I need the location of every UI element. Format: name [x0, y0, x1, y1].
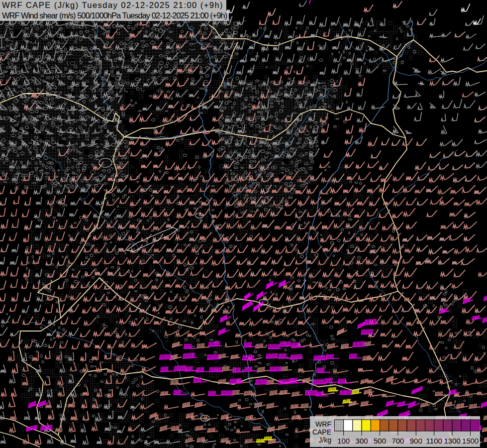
svg-text:1300: 1300 — [444, 437, 460, 445]
svg-text:1100: 1100 — [426, 437, 442, 445]
svg-text:300: 300 — [356, 437, 368, 445]
svg-text:700: 700 — [391, 437, 404, 445]
svg-text:J/kg: J/kg — [318, 436, 331, 444]
svg-text:100: 100 — [337, 437, 350, 445]
svg-text:900: 900 — [410, 437, 422, 445]
svg-text:CAPE: CAPE — [312, 428, 331, 436]
svg-text:500: 500 — [374, 437, 386, 445]
svg-text:WRF: WRF — [315, 420, 331, 428]
svg-text:1500: 1500 — [462, 437, 479, 445]
